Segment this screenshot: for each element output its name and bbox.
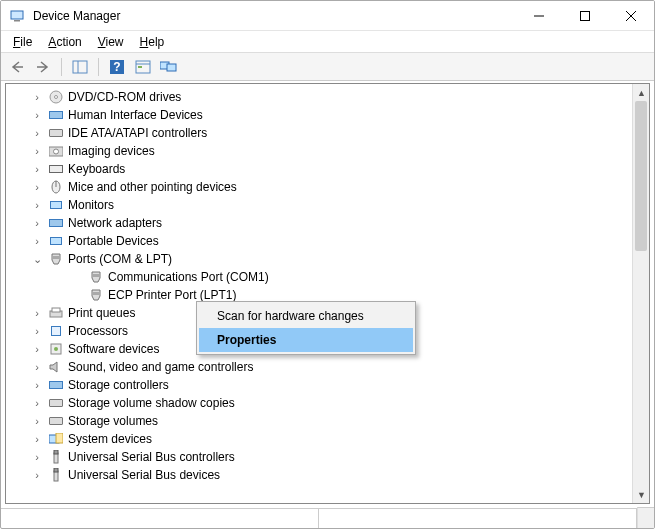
help-icon: ? bbox=[109, 59, 125, 75]
properties-icon bbox=[135, 60, 151, 74]
toolbar-help-button[interactable]: ? bbox=[105, 56, 129, 78]
port-icon bbox=[88, 269, 104, 285]
chevron-right-icon[interactable]: › bbox=[30, 452, 44, 463]
tree-node[interactable]: ›DVD/CD-ROM drives bbox=[10, 88, 632, 106]
mouse-icon bbox=[48, 179, 64, 195]
svg-rect-14 bbox=[167, 64, 176, 71]
tree-node-label: System devices bbox=[68, 432, 152, 446]
tree-node[interactable]: ›Universal Serial Bus controllers bbox=[10, 448, 632, 466]
chevron-right-icon[interactable]: › bbox=[30, 434, 44, 445]
sound-icon bbox=[48, 359, 64, 375]
svg-rect-31 bbox=[52, 308, 60, 312]
statusbar bbox=[1, 508, 637, 528]
resize-grip[interactable] bbox=[637, 507, 654, 528]
tree-node-label: Print queues bbox=[68, 306, 135, 320]
monitor-icon bbox=[48, 197, 64, 213]
tree-node-label: Mice and other pointing devices bbox=[68, 180, 237, 194]
context-menu-item[interactable]: Properties bbox=[199, 328, 413, 352]
scroll-up-icon[interactable]: ▲ bbox=[633, 84, 650, 101]
tree-node-label: Keyboards bbox=[68, 162, 125, 176]
network-icon bbox=[48, 215, 64, 231]
maximize-button[interactable] bbox=[562, 1, 608, 31]
tree-node[interactable]: ›Storage volume shadow copies bbox=[10, 394, 632, 412]
svg-point-16 bbox=[55, 96, 58, 99]
tree-node-label: Ports (COM & LPT) bbox=[68, 252, 172, 266]
chevron-right-icon[interactable]: › bbox=[30, 398, 44, 409]
tree-node[interactable]: ›Imaging devices bbox=[10, 142, 632, 160]
app-icon bbox=[9, 8, 25, 24]
tree-node[interactable]: Communications Port (COM1) bbox=[30, 268, 632, 286]
chevron-right-icon[interactable]: › bbox=[30, 182, 44, 193]
close-button[interactable] bbox=[608, 1, 654, 31]
statusbar-pane bbox=[1, 509, 319, 528]
disc-icon bbox=[48, 89, 64, 105]
menu-help[interactable]: Help bbox=[134, 33, 171, 51]
tree-node[interactable]: ›IDE ATA/ATAPI controllers bbox=[10, 124, 632, 142]
chevron-right-icon[interactable]: › bbox=[30, 380, 44, 391]
tree-node[interactable]: ›Network adapters bbox=[10, 214, 632, 232]
chevron-down-icon[interactable]: ⌄ bbox=[30, 254, 44, 265]
chevron-right-icon[interactable]: › bbox=[30, 146, 44, 157]
shadow-icon bbox=[48, 395, 64, 411]
chevron-right-icon[interactable]: › bbox=[30, 344, 44, 355]
context-menu-item[interactable]: Scan for hardware changes bbox=[199, 304, 413, 328]
svg-rect-37 bbox=[54, 450, 58, 454]
tree-node-label: Software devices bbox=[68, 342, 159, 356]
svg-rect-0 bbox=[11, 11, 23, 19]
usb-icon bbox=[48, 449, 64, 465]
tree-node[interactable]: ›Portable Devices bbox=[10, 232, 632, 250]
toolbar-forward-button[interactable] bbox=[31, 56, 55, 78]
tree-node-label: Portable Devices bbox=[68, 234, 159, 248]
vertical-scrollbar[interactable]: ▲ ▼ bbox=[632, 84, 649, 503]
chevron-right-icon[interactable]: › bbox=[30, 308, 44, 319]
tree-node-label: Universal Serial Bus devices bbox=[68, 468, 220, 482]
tree-node[interactable]: ›System devices bbox=[10, 430, 632, 448]
svg-rect-39 bbox=[54, 468, 58, 472]
toolbar-properties-button[interactable] bbox=[131, 56, 155, 78]
tree-node[interactable]: ›Monitors bbox=[10, 196, 632, 214]
chevron-right-icon[interactable]: › bbox=[30, 416, 44, 427]
chevron-right-icon[interactable]: › bbox=[30, 470, 44, 481]
menu-view[interactable]: View bbox=[92, 33, 130, 51]
tree-node[interactable]: ›Universal Serial Bus devices bbox=[10, 466, 632, 484]
chevron-right-icon[interactable]: › bbox=[30, 326, 44, 337]
toolbar-back-button[interactable] bbox=[5, 56, 29, 78]
toolbar-scan-button[interactable] bbox=[157, 56, 181, 78]
minimize-button[interactable] bbox=[516, 1, 562, 31]
menu-action[interactable]: Action bbox=[42, 33, 87, 51]
chevron-right-icon[interactable]: › bbox=[30, 92, 44, 103]
tree-node-label: Imaging devices bbox=[68, 144, 155, 158]
port-icon bbox=[88, 287, 104, 303]
chevron-right-icon[interactable]: › bbox=[30, 236, 44, 247]
chevron-right-icon[interactable]: › bbox=[30, 362, 44, 373]
menu-file[interactable]: File bbox=[7, 33, 38, 51]
toolbar: ? bbox=[1, 53, 654, 81]
tree-node[interactable]: ›Mice and other pointing devices bbox=[10, 178, 632, 196]
tree-node[interactable]: ›Keyboards bbox=[10, 160, 632, 178]
tree-node[interactable]: ⌄Ports (COM & LPT) bbox=[10, 250, 632, 268]
svg-rect-12 bbox=[138, 66, 142, 68]
tree-node-label: ECP Printer Port (LPT1) bbox=[108, 288, 236, 302]
statusbar-pane bbox=[319, 509, 637, 528]
tree-node[interactable]: ›Sound, video and game controllers bbox=[10, 358, 632, 376]
tree-node[interactable]: ›Storage controllers bbox=[10, 376, 632, 394]
titlebar: Device Manager bbox=[1, 1, 654, 31]
tree-node-label: Storage controllers bbox=[68, 378, 169, 392]
svg-point-33 bbox=[54, 347, 58, 351]
scroll-thumb[interactable] bbox=[635, 101, 647, 251]
tree-node[interactable]: ›Human Interface Devices bbox=[10, 106, 632, 124]
chevron-right-icon[interactable]: › bbox=[30, 164, 44, 175]
scroll-down-icon[interactable]: ▼ bbox=[633, 486, 650, 503]
toolbar-separator bbox=[61, 58, 62, 76]
chevron-right-icon[interactable]: › bbox=[30, 200, 44, 211]
tree-node[interactable]: ›Storage volumes bbox=[10, 412, 632, 430]
svg-text:?: ? bbox=[113, 60, 120, 74]
device-tree[interactable]: ›DVD/CD-ROM drives›Human Interface Devic… bbox=[6, 84, 632, 503]
toolbar-tree-button[interactable] bbox=[68, 56, 92, 78]
chevron-right-icon[interactable]: › bbox=[30, 110, 44, 121]
tree-node-label: IDE ATA/ATAPI controllers bbox=[68, 126, 207, 140]
toolbar-separator bbox=[98, 58, 99, 76]
chevron-right-icon[interactable]: › bbox=[30, 218, 44, 229]
monitors-icon bbox=[160, 60, 178, 74]
chevron-right-icon[interactable]: › bbox=[30, 128, 44, 139]
